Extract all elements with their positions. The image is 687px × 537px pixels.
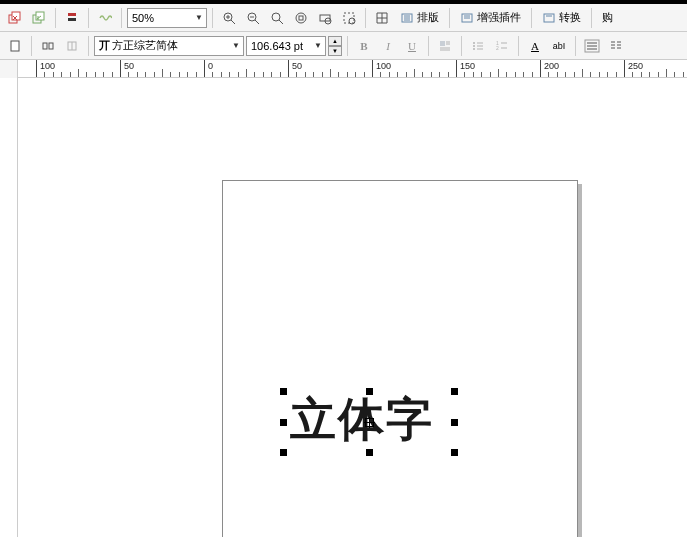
spinner-down-icon[interactable]: ▼ (328, 46, 342, 56)
bullet-list-icon[interactable] (467, 35, 489, 57)
plugin-label: 增强插件 (477, 10, 521, 25)
svg-line-7 (231, 20, 235, 24)
text-outline-button[interactable]: A (524, 35, 546, 57)
handle-top-center[interactable] (366, 388, 373, 395)
svg-line-14 (279, 20, 283, 24)
italic-button[interactable]: I (377, 35, 399, 57)
font-select[interactable]: 丌 方正综艺简体 ▼ (94, 36, 244, 56)
layout-label: 排版 (417, 10, 439, 25)
ruler-label: 100 (376, 61, 391, 71)
handle-bottom-right[interactable] (451, 449, 458, 456)
grid-icon[interactable] (371, 7, 393, 29)
buy-button[interactable]: 购 (597, 7, 618, 29)
ruler-corner[interactable] (0, 60, 18, 78)
paste-icon[interactable] (28, 7, 50, 29)
convert-label: 转换 (559, 10, 581, 25)
zoom-selection-icon[interactable] (338, 7, 360, 29)
ruler-label: 150 (460, 61, 475, 71)
page (222, 180, 578, 537)
chevron-down-icon: ▼ (230, 41, 242, 50)
handle-middle-right[interactable] (451, 419, 458, 426)
font-size-value: 106.643 pt (251, 40, 303, 52)
svg-line-11 (255, 20, 259, 24)
number-list-icon[interactable]: 12 (491, 35, 513, 57)
ruler-label: 0 (208, 61, 213, 71)
font-size-select[interactable]: 106.643 pt ▼ (246, 36, 326, 56)
copy-icon[interactable] (4, 7, 26, 29)
ruler-label: 200 (544, 61, 559, 71)
zoom-width-icon[interactable] (314, 7, 336, 29)
svg-point-15 (296, 13, 306, 23)
ruler-label: 50 (292, 61, 302, 71)
font-size-spinner[interactable]: ▲ ▼ (328, 36, 342, 56)
zoom-out-icon[interactable] (242, 7, 264, 29)
underline-button[interactable]: U (401, 35, 423, 57)
wave-icon[interactable] (94, 7, 116, 29)
spinner-up-icon[interactable]: ▲ (328, 36, 342, 46)
handle-top-left[interactable] (280, 388, 287, 395)
ruler-horizontal: 10050050100150200250 (0, 60, 687, 78)
svg-rect-32 (49, 43, 53, 49)
zoom-select[interactable]: 50% ▼ (127, 8, 207, 28)
buy-label: 购 (602, 10, 613, 25)
dropcap-button[interactable] (434, 35, 456, 57)
ruler-label: 50 (124, 61, 134, 71)
center-cross-icon[interactable] (365, 418, 374, 427)
svg-rect-35 (440, 41, 445, 46)
ruler-vertical (0, 78, 18, 537)
columns-icon[interactable] (605, 35, 627, 57)
layout-button[interactable]: 排版 (395, 7, 444, 29)
svg-rect-4 (68, 13, 76, 16)
paragraph-icon[interactable] (581, 35, 603, 57)
svg-text:2: 2 (496, 45, 499, 51)
bold-button[interactable]: B (353, 35, 375, 57)
selection-box (280, 388, 458, 456)
convert-button[interactable]: 转换 (537, 7, 586, 29)
toolbar-top: 50% ▼ 排版 增强插件 转换 购 (0, 4, 687, 32)
handle-middle-left[interactable] (280, 419, 287, 426)
svg-rect-16 (299, 16, 303, 20)
zoom-in-icon[interactable] (218, 7, 240, 29)
plugin-button[interactable]: 增强插件 (455, 7, 526, 29)
svg-rect-31 (43, 43, 47, 49)
svg-point-40 (473, 42, 475, 44)
svg-rect-5 (68, 18, 76, 21)
svg-point-42 (473, 45, 475, 47)
text-ab-button[interactable]: abI (548, 35, 570, 57)
zoom-fit-icon[interactable] (266, 7, 288, 29)
zoom-value: 50% (132, 12, 154, 24)
toolbar-text: 丌 方正综艺简体 ▼ 106.643 pt ▼ ▲ ▼ B I U 12 A a… (0, 32, 687, 60)
handle-bottom-left[interactable] (280, 449, 287, 456)
chevron-down-icon: ▼ (193, 13, 205, 22)
chevron-down-icon: ▼ (312, 41, 324, 50)
svg-point-13 (272, 13, 280, 21)
svg-point-44 (473, 48, 475, 50)
handle-bottom-center[interactable] (366, 449, 373, 456)
handle-top-right[interactable] (451, 388, 458, 395)
font-prefix: 丌 (99, 38, 110, 53)
align-icon[interactable] (37, 35, 59, 57)
undo-icon[interactable] (61, 7, 83, 29)
canvas-area[interactable]: 立体字 (18, 78, 687, 537)
font-name: 方正综艺简体 (112, 38, 178, 53)
distribute-icon[interactable] (61, 35, 83, 57)
zoom-page-icon[interactable] (290, 7, 312, 29)
svg-rect-30 (11, 41, 19, 51)
ruler-label: 100 (40, 61, 55, 71)
svg-rect-28 (544, 14, 554, 22)
page-icon[interactable] (4, 35, 26, 57)
ruler-label: 250 (628, 61, 643, 71)
